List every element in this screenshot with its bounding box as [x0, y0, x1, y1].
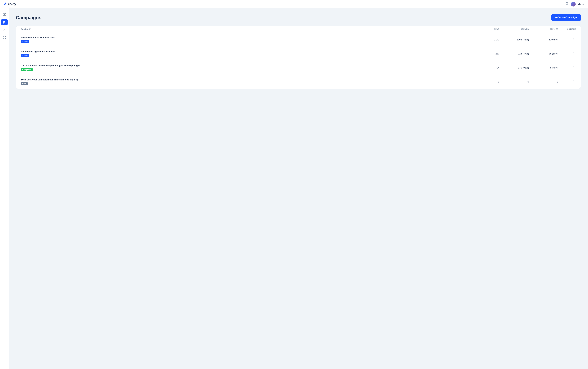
status-badge: Completed	[21, 68, 33, 71]
col-header-actions: ACTIONS	[558, 28, 576, 30]
logo-icon: ✳	[4, 2, 7, 6]
status-badge: Active	[21, 54, 29, 57]
replied-value: 64 (8%)	[529, 66, 558, 69]
page-title: Campaigns	[16, 15, 41, 20]
sent-value: 2141	[476, 38, 500, 41]
page-header: Campaigns + Create Campaign	[16, 14, 581, 21]
sidebar-item-analytics[interactable]	[1, 27, 8, 33]
col-header-replied: REPLIED	[529, 28, 558, 30]
notification-bell-icon[interactable]	[565, 2, 568, 6]
opened-value: 730 (91%)	[500, 66, 529, 69]
table-header: CAMPAIGN SENT OPENED REPLIED ACTIONS	[16, 26, 581, 33]
logo-text: coldy	[8, 2, 16, 6]
campaign-name: Pre Series A startups outreach	[21, 36, 476, 39]
main-content: Campaigns + Create Campaign CAMPAIGN SEN…	[9, 8, 588, 369]
navbar: ✳ coldy Vlad A.	[0, 0, 588, 8]
replied-value: 0	[529, 81, 558, 83]
table-row: Real estate agents experiment Active 260…	[16, 47, 581, 61]
sent-value: 794	[476, 66, 500, 69]
table-row: Pre Series A startups outreach Active 21…	[16, 33, 581, 47]
actions-cell: ⋮	[558, 51, 576, 56]
sidebar-item-mail[interactable]	[1, 11, 8, 18]
opened-value: 1763 (82%)	[500, 38, 529, 41]
status-badge: Draft	[21, 82, 28, 85]
col-header-sent: SENT	[476, 28, 500, 30]
sidebar-item-settings[interactable]	[1, 34, 8, 41]
svg-marker-1	[3, 21, 5, 23]
sidebar-item-campaigns[interactable]	[1, 19, 8, 25]
replied-value: 110 (5%)	[529, 38, 558, 41]
navbar-right: Vlad A.	[565, 2, 584, 7]
campaign-info: US based cold outreach agencies (partner…	[21, 64, 476, 71]
campaigns-table: CAMPAIGN SENT OPENED REPLIED ACTIONS Pre…	[16, 26, 581, 89]
opened-value: 228 (87%)	[500, 52, 529, 55]
actions-cell: ⋮	[558, 38, 576, 42]
more-actions-button[interactable]: ⋮	[570, 80, 576, 84]
actions-cell: ⋮	[558, 80, 576, 84]
sent-value: 0	[476, 81, 500, 83]
avatar[interactable]	[571, 2, 576, 7]
sidebar	[0, 8, 9, 369]
create-campaign-button[interactable]: + Create Campaign	[551, 14, 581, 21]
campaign-name: Real estate agents experiment	[21, 50, 476, 53]
user-name: Vlad A.	[578, 3, 584, 5]
campaign-info: Your best-ever campaign (all that's left…	[21, 78, 476, 85]
sent-value: 260	[476, 52, 500, 55]
more-actions-button[interactable]: ⋮	[570, 38, 576, 42]
svg-point-3	[4, 37, 5, 38]
replied-value: 26 (10%)	[529, 52, 558, 55]
logo[interactable]: ✳ coldy	[4, 2, 16, 6]
campaign-name: US based cold outreach agencies (partner…	[21, 64, 476, 67]
table-row: Your best-ever campaign (all that's left…	[16, 75, 581, 89]
campaign-info: Pre Series A startups outreach Active	[21, 36, 476, 43]
status-badge: Active	[21, 40, 29, 43]
more-actions-button[interactable]: ⋮	[570, 51, 576, 56]
campaign-name: Your best-ever campaign (all that's left…	[21, 78, 476, 81]
actions-cell: ⋮	[558, 66, 576, 70]
col-header-campaign: CAMPAIGN	[21, 28, 476, 30]
opened-value: 0	[500, 81, 529, 83]
table-row: US based cold outreach agencies (partner…	[16, 61, 581, 75]
more-actions-button[interactable]: ⋮	[570, 66, 576, 70]
campaign-info: Real estate agents experiment Active	[21, 50, 476, 57]
col-header-opened: OPENED	[500, 28, 529, 30]
svg-line-2	[4, 29, 5, 31]
